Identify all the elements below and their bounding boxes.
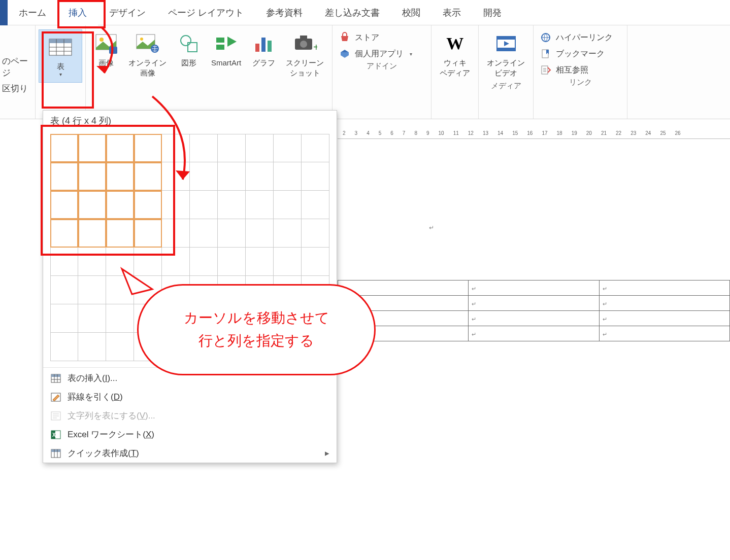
grid-cell[interactable] [106,333,134,361]
menu-convert-text: 文字列を表にする(V)... [43,406,337,425]
grid-cell[interactable] [274,191,302,219]
grid-cell[interactable] [246,219,274,248]
myapps-button[interactable]: 個人用アプリ ▾ [339,48,425,60]
leftcut-break[interactable]: 区切り [0,81,35,96]
dropdown-caret-icon: ▾ [410,51,412,57]
grid-cell[interactable] [78,304,106,333]
grid-cell[interactable] [190,134,218,162]
menu-draw-table[interactable]: 罫線を引く(D) [43,388,337,406]
hyperlink-icon [540,31,552,44]
grid-cell[interactable] [218,134,246,162]
tab-mailings[interactable]: 差し込み文書 [314,0,391,25]
bookmark-icon [540,48,552,60]
store-button[interactable]: ストア [339,31,425,44]
chart-label: グラフ [252,58,275,68]
submenu-chevron-icon: ▸ [325,448,329,459]
shapes-button[interactable]: 図形 [175,29,203,70]
bookmark-label: ブックマーク [556,49,605,59]
grid-cell[interactable] [190,191,218,219]
grid-cell[interactable] [274,219,302,248]
tab-review[interactable]: 校閲 [391,0,432,25]
grid-cell[interactable] [50,304,78,333]
smartart-label: SmartArt [211,58,241,68]
tab-design[interactable]: デザイン [98,0,157,25]
screenshot-label: スクリーン ショット [286,58,324,78]
grid-cell[interactable] [302,162,329,191]
menu-insert-table-label: 表の挿入(I)... [68,372,117,384]
grid-cell[interactable] [302,219,329,248]
svg-rect-28 [497,48,515,51]
grid-cell[interactable] [78,276,106,304]
menu-convert-text-label: 文字列を表にする(V)... [68,410,155,422]
tab-layout[interactable]: ページ レイアウト [157,0,255,25]
wikipedia-button[interactable]: W ウィキ ペディア [438,29,472,80]
grid-cell[interactable] [274,134,302,162]
svg-marker-18 [227,37,237,47]
smartart-icon [214,31,239,56]
tab-references[interactable]: 参考資料 [255,0,314,25]
paragraph-mark: ↵ [429,224,434,231]
grid-cell[interactable] [302,134,329,162]
chart-button[interactable]: グラフ [249,29,278,70]
preview-table: ↵↵↵↵↵↵↵↵↵↵↵↵ [338,280,730,341]
shapes-icon [177,31,201,56]
svg-rect-27 [497,37,515,40]
group-links-label: リンク [569,76,592,89]
grid-cell[interactable] [274,162,302,191]
svg-point-23 [300,41,307,48]
hyperlink-button[interactable]: ハイパーリンク [540,31,621,44]
myapps-label: 個人用アプリ [355,49,404,59]
group-media-label: メディア [491,80,521,92]
onlinevideo-button[interactable]: オンライン ビデオ [485,29,527,80]
bookmark-button[interactable]: ブックマーク [540,48,621,60]
file-tab-strip[interactable] [0,0,8,25]
group-addins-label: アドイン [367,60,397,73]
svg-marker-1 [176,170,190,180]
svg-rect-17 [216,45,224,50]
svg-point-14 [181,36,191,46]
smartart-button[interactable]: SmartArt [209,29,243,70]
onlinepic-icon [136,31,160,56]
svg-rect-35 [51,374,60,377]
annotation-callout: カーソルを移動させて 行と列を指定する [137,269,381,386]
svg-rect-45 [51,449,60,452]
grid-cell[interactable] [218,162,246,191]
menu-quick-tables-label: クイック表作成(T) [68,447,139,459]
svg-marker-0 [96,66,110,73]
tab-developer[interactable]: 開発 [472,0,513,25]
grid-cell[interactable] [246,134,274,162]
leftcut-page[interactable]: のページ [0,53,35,81]
svg-point-12 [140,38,143,41]
grid-cell[interactable] [218,219,246,248]
tab-home[interactable]: ホーム [8,0,57,25]
menu-quick-tables[interactable]: クイック表作成(T) ▸ [43,444,337,463]
menu-excel-sheet-label: Excel ワークシート(X) [68,429,154,440]
grid-cell[interactable] [246,191,274,219]
ruler: 2345678910111213141516171819202122232425… [338,128,730,139]
grid-cell[interactable] [78,333,106,361]
grid-cell[interactable] [246,162,274,191]
group-links: ハイパーリンク ブックマーク 相互参照 リンク [534,25,627,119]
crossref-button[interactable]: 相互参照 [540,64,621,76]
crossref-label: 相互参照 [556,65,588,76]
svg-rect-16 [216,38,224,43]
grid-cell[interactable] [50,276,78,304]
tab-view[interactable]: 表示 [432,0,472,25]
menu-excel-sheet[interactable]: X Excel ワークシート(X) [43,425,337,444]
svg-rect-19 [255,44,259,52]
grid-cell[interactable] [190,162,218,191]
hyperlink-label: ハイパーリンク [556,32,613,43]
grid-cell[interactable] [218,191,246,219]
annotation-arrow-2 [81,94,193,191]
grid-cell[interactable] [50,333,78,361]
crossref-icon [540,64,552,76]
svg-rect-21 [268,41,272,52]
draw-table-icon [50,392,61,403]
grid-cell[interactable] [190,219,218,248]
ribbon-left-cut: のページ 区切り [0,25,36,119]
grid-cell[interactable] [106,304,134,333]
grid-cell[interactable] [302,191,329,219]
svg-rect-24 [300,36,307,40]
screenshot-button[interactable]: + スクリーン ショット [284,29,326,80]
svg-rect-20 [261,38,266,52]
